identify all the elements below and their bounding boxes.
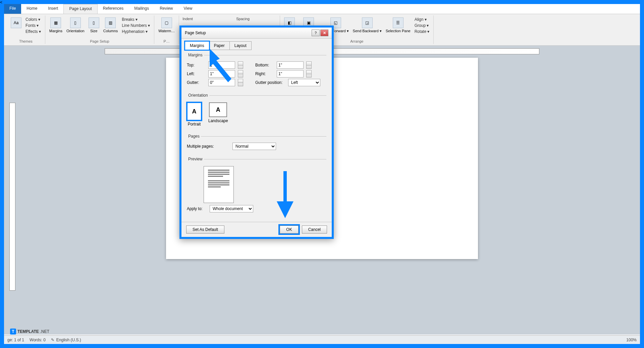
top-label: Top: [187,63,206,67]
watermark-button[interactable]: ▢Waterm… [158,17,175,34]
top-input[interactable] [208,61,235,69]
spacing-label: Spacing [236,17,276,22]
tab-references[interactable]: References [98,4,129,14]
indent-label: Indent [182,17,223,22]
tab-review[interactable]: Review [154,4,178,14]
line-numbers-dropdown[interactable]: Line Numbers ▾ [121,23,151,28]
set-default-button[interactable]: Set As Default [186,226,224,234]
size-button[interactable]: ▯Size [88,17,100,34]
effects-dropdown[interactable]: Effects ▾ [25,29,42,34]
selection-icon: ☰ [393,17,404,28]
apply-to-select[interactable]: Whole document [210,205,253,212]
columns-icon: ▥ [105,17,116,28]
backward-icon: ◲ [362,17,373,28]
orientation-landscape[interactable]: A Landscape [208,102,228,127]
watermark-icon: T [10,329,16,335]
group-label-pagebg: P… [164,39,170,44]
vertical-ruler[interactable] [9,103,15,291]
tab-view[interactable]: View [178,4,198,14]
cancel-button[interactable]: Cancel [302,226,327,234]
dialog-tab-margins[interactable]: Margins [185,41,209,50]
bottom-label: Bottom: [255,63,274,67]
selection-pane-button[interactable]: ☰Selection Pane [385,17,411,34]
themes-button[interactable]: Aa [10,17,22,29]
gutter-spinner[interactable] [238,79,243,86]
preview-section-label: Preview [187,157,204,161]
status-page[interactable]: ge: 1 of 1 [7,338,24,342]
help-button[interactable]: ? [312,30,320,36]
watermark-icon: ▢ [161,17,172,28]
landscape-icon: A [209,102,227,117]
themes-icon: Aa [11,17,21,28]
gutter-position-label: Gutter position: [255,80,285,85]
pages-section-label: Pages [187,134,201,139]
orientation-section-label: Orientation [187,93,209,98]
bottom-spinner[interactable] [306,61,312,69]
size-icon: ▯ [89,17,99,28]
orientation-icon: ▯ [70,17,81,28]
tab-home[interactable]: Home [21,4,43,14]
gutter-input[interactable] [208,79,235,86]
watermark-badge: T TEMPLATE.NET [10,329,49,335]
align-dropdown[interactable]: Align ▾ [414,17,430,22]
tab-file[interactable]: File [4,4,21,14]
colors-dropdown[interactable]: Colors ▾ [25,17,42,22]
preview-icon [204,166,234,203]
fonts-dropdown[interactable]: Fonts ▾ [25,23,42,28]
portrait-icon: A [187,102,202,120]
multiple-pages-label: Multiple pages: [187,144,217,149]
columns-button[interactable]: ▥Columns [103,17,118,34]
send-backward-button[interactable]: ◲Send Backward ▾ [352,17,382,34]
multiple-pages-select[interactable]: Normal [232,143,276,150]
dialog-title: Page Setup [185,31,206,35]
group-label-themes: Themes [19,39,33,44]
dialog-titlebar[interactable]: Page Setup ? ✕ [181,28,332,39]
group-label-arrange: Arrange [350,39,363,44]
gutter-label: Gutter: [187,80,206,85]
margins-section-label: Margins [187,53,204,57]
tab-mailings[interactable]: Mailings [129,4,154,14]
group-label-pagesetup: Page Setup [90,39,109,44]
proofing-icon: ✎ [51,338,54,342]
tab-insert[interactable]: Insert [43,4,63,14]
hyphenation-dropdown[interactable]: Hyphenation ▾ [121,29,151,34]
orientation-portrait[interactable]: A Portrait [187,102,202,127]
bottom-input[interactable] [277,61,304,69]
left-label: Left: [187,71,206,76]
dialog-tab-layout[interactable]: Layout [229,41,252,50]
dialog-tab-paper[interactable]: Paper [209,41,230,50]
ok-button[interactable]: OK [280,226,298,234]
status-words[interactable]: Words: 0 [30,338,46,342]
right-label: Right: [255,71,274,76]
gutter-position-select[interactable]: Left [288,79,320,86]
left-input[interactable] [208,70,235,78]
group-dropdown[interactable]: Group ▾ [414,23,430,28]
orientation-button[interactable]: ▯Orientation [66,17,85,34]
apply-to-label: Apply to: [187,206,207,211]
tab-page-layout[interactable]: Page Layout [63,4,97,14]
rotate-dropdown[interactable]: Rotate ▾ [414,29,430,34]
page-setup-dialog: Page Setup ? ✕ Margins Paper Layout Marg… [179,26,334,239]
status-bar: ge: 1 of 1 Words: 0 ✎English (U.S.) 100% [4,335,640,344]
left-spinner[interactable] [238,70,243,78]
status-language[interactable]: ✎English (U.S.) [51,338,81,342]
ribbon-tabs: File Home Insert Page Layout References … [4,4,640,14]
top-spinner[interactable] [238,61,243,69]
margins-button[interactable]: ▦Margins [49,17,63,34]
margins-icon: ▦ [50,17,61,28]
close-button[interactable]: ✕ [320,30,328,36]
right-input[interactable] [277,70,304,78]
zoom-level[interactable]: 100% [626,338,637,342]
right-spinner[interactable] [306,70,312,78]
breaks-dropdown[interactable]: Breaks ▾ [121,17,151,22]
